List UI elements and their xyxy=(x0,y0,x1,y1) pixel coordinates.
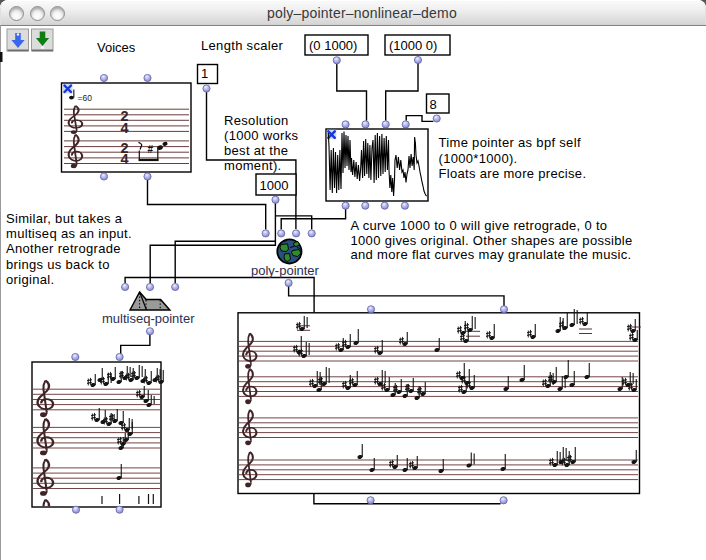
svg-text:Voices: Voices xyxy=(97,40,136,55)
svg-text:best at the: best at the xyxy=(224,143,288,158)
svg-text:multiseq-pointer: multiseq-pointer xyxy=(102,311,195,326)
svg-text:brings us back to: brings us back to xyxy=(6,257,110,272)
svg-text:Resolution: Resolution xyxy=(224,113,289,128)
svg-text:moment).: moment). xyxy=(224,158,281,173)
svg-text:and more flat curves may granu: and more flat curves may granulate the m… xyxy=(351,247,632,262)
svg-text:Another retrograde: Another retrograde xyxy=(6,241,121,256)
svg-text:(1000 works: (1000 works xyxy=(224,128,299,143)
svg-text:1000 gives original. Other sha: 1000 gives original. Other shapes are po… xyxy=(351,233,633,248)
svg-text:=60: =60 xyxy=(78,93,93,103)
svg-text:multiseq as an input.: multiseq as an input. xyxy=(6,226,132,241)
svg-text:4: 4 xyxy=(121,120,129,136)
svg-text:(1000*1000).: (1000*1000). xyxy=(439,151,518,166)
svg-text:8: 8 xyxy=(430,97,437,112)
svg-text:1000: 1000 xyxy=(260,178,289,193)
svg-text:A curve 1000 to 0 will give re: A curve 1000 to 0 will give retrograde, … xyxy=(351,218,608,233)
svg-text:Length scaler: Length scaler xyxy=(201,38,284,53)
svg-text:original.: original. xyxy=(6,272,54,287)
svg-text:poly-pointer: poly-pointer xyxy=(251,263,320,278)
svg-text:Time pointer as bpf self: Time pointer as bpf self xyxy=(439,135,581,150)
svg-text:#: # xyxy=(148,144,154,155)
svg-text:(1000 0): (1000 0) xyxy=(389,38,437,53)
svg-text:Floats are more precise.: Floats are more precise. xyxy=(439,166,587,181)
svg-text:4: 4 xyxy=(121,151,129,167)
svg-text:Similar, but takes a: Similar, but takes a xyxy=(6,211,123,226)
svg-text:1: 1 xyxy=(201,66,208,81)
svg-text:(0 1000): (0 1000) xyxy=(309,38,357,53)
